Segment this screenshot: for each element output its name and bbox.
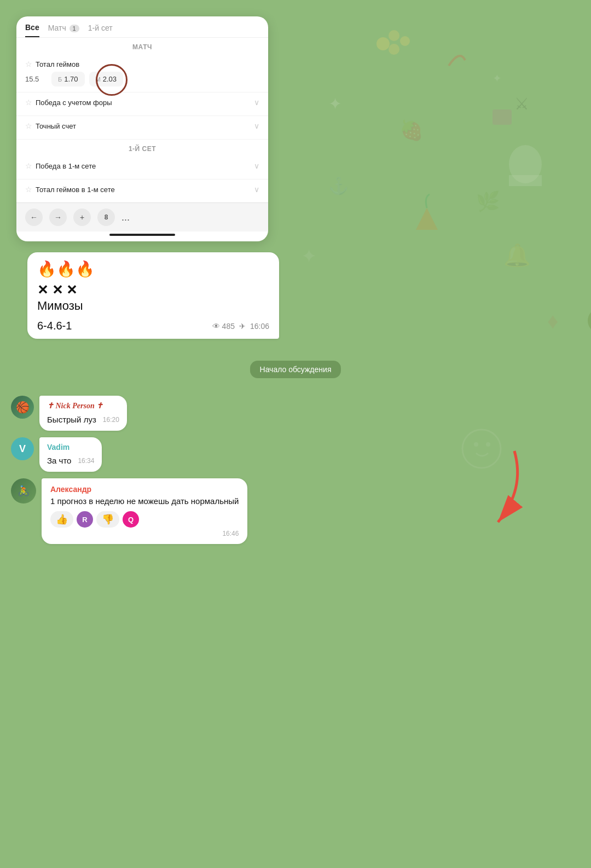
message-text-vadim: За что (47, 455, 71, 466)
message-time-nick: 16:20 (103, 416, 119, 424)
bubble-vadim: Vadim За что 16:34 (39, 437, 102, 472)
discussion-banner: Начало обсуждения (250, 361, 341, 378)
bet-title-total-games: Тотал геймов (36, 60, 79, 68)
bet-row-win-fora[interactable]: ☆ Победа с учетом форы ∨ (16, 92, 268, 116)
tab-first-set[interactable]: 1-й сет (88, 24, 113, 37)
star-icon-total-games[interactable]: ☆ (25, 60, 32, 68)
star-icon-fora[interactable]: ☆ (25, 98, 32, 107)
tab-match-badge: 1 (69, 25, 79, 32)
nav-more-btn[interactable]: ... (121, 212, 130, 223)
bubble-nick: ✝ Nick Person ✝ Быстрый луз 16:20 (39, 396, 127, 431)
views-count: 👁 485 (212, 322, 235, 331)
message-time-vadim: 16:34 (78, 457, 94, 465)
eye-icon: 👁 (212, 322, 220, 331)
sender-vadim: Vadim (47, 443, 94, 452)
bet-title-fora: Победа с учетом форы (36, 99, 112, 107)
sender-nick: ✝ Nick Person ✝ (47, 401, 119, 410)
sender-alexander: Александр (50, 485, 239, 494)
avatar-nick: 🏀 (11, 396, 34, 419)
odds-btn-b[interactable]: Б 1.70 (51, 72, 85, 86)
nav-forward-btn[interactable]: → (49, 209, 67, 226)
bet-row-win-first-set[interactable]: ☆ Победа в 1-м сете ∨ (16, 156, 268, 180)
reaction-thumbsdown[interactable]: 👎 (96, 511, 119, 528)
chevron-exact[interactable]: ∨ (254, 121, 259, 130)
message-vadim: V Vadim За что 16:34 (11, 437, 580, 472)
reactions-row: 👍 R 👎 Q (50, 511, 239, 528)
reaction-thumbsup[interactable]: 👍 (50, 511, 73, 528)
chevron-total-first-set[interactable]: ∨ (254, 185, 259, 194)
messages-area: 🔥🔥🔥 ✕ ✕ ✕ Мимозы 6-4.6-1 👁 485 ✈ 16:06 (0, 241, 591, 562)
message-text-alexander: 1 прогноз в неделю не можешь дать нормал… (50, 495, 239, 507)
reaction-q[interactable]: Q (123, 511, 139, 528)
reaction-r[interactable]: R (77, 511, 93, 528)
thumbsup-emoji: 👍 (56, 513, 68, 525)
browser-nav: ← → + 8 ... (16, 202, 268, 232)
arrow-container: 🚴 Александр 1 прогноз в неделю не можешь… (11, 478, 580, 551)
score-text: 6-4.6-1 (37, 320, 72, 332)
score-row: 6-4.6-1 👁 485 ✈ 16:06 (37, 320, 269, 332)
post-subtitle: Мимозы (37, 299, 269, 313)
post-message-container: 🔥🔥🔥 ✕ ✕ ✕ Мимозы 6-4.6-1 👁 485 ✈ 16:06 (11, 252, 580, 344)
bet-row-total-games-first-set[interactable]: ☆ Тотал геймов в 1-м сете ∨ (16, 180, 268, 202)
views-number: 485 (222, 322, 235, 331)
section-match-header: МАТЧ (16, 38, 268, 54)
section-first-set-header: 1-Й СЕТ (16, 140, 268, 156)
fire-emojis: 🔥🔥🔥 (37, 260, 269, 278)
message-footer-vadim: За что 16:34 (47, 455, 94, 466)
message-text-nick: Быстрый луз (47, 414, 96, 425)
tab-all[interactable]: Все (25, 23, 39, 37)
cross-marks: ✕ ✕ ✕ (37, 282, 269, 298)
score-meta: 👁 485 ✈ 16:06 (212, 322, 269, 331)
message-alexander: 🚴 Александр 1 прогноз в неделю не можешь… (11, 478, 580, 544)
message-nick: 🏀 ✝ Nick Person ✝ Быстрый луз 16:20 (11, 396, 580, 431)
forward-btn[interactable]: ↪ (588, 308, 591, 333)
betting-card: Все Матч 1 1-й сет МАТЧ ☆ Тотал геймов 1… (16, 16, 268, 241)
nav-add-btn[interactable]: + (73, 209, 91, 226)
avatar-alexander: 🚴 (11, 478, 36, 504)
message-footer-nick: Быстрый луз 16:20 (47, 414, 119, 425)
tab-match[interactable]: Матч 1 (48, 24, 79, 37)
post-bubble: 🔥🔥🔥 ✕ ✕ ✕ Мимозы 6-4.6-1 👁 485 ✈ 16:06 (27, 252, 279, 339)
nav-tabs-count[interactable]: 8 (97, 209, 115, 226)
tabs-row: Все Матч 1 1-й сет (16, 16, 268, 38)
send-icon: ✈ (239, 322, 246, 331)
nav-back-btn[interactable]: ← (25, 209, 43, 226)
star-icon-win-first-set[interactable]: ☆ (25, 161, 32, 170)
star-icon-total-first-set[interactable]: ☆ (25, 185, 32, 194)
chevron-fora[interactable]: ∨ (254, 98, 259, 107)
star-icon-exact[interactable]: ☆ (25, 121, 32, 130)
bet-title-total-first-set: Тотал геймов в 1-м сете (36, 186, 115, 194)
message-time-alexander: 16:46 (50, 530, 239, 537)
nav-indicator (109, 234, 175, 236)
avatar-vadim: V (11, 437, 34, 460)
bet-title-win-first-set: Победа в 1-м сете (36, 162, 96, 170)
odds-btn-m[interactable]: М 2.03 (89, 72, 123, 86)
odds-value: 15.5 (25, 75, 47, 83)
bubble-alexander: Александр 1 прогноз в неделю не можешь д… (42, 478, 247, 544)
bet-row-exact-score[interactable]: ☆ Точный счет ∨ (16, 116, 268, 140)
post-time: 16:06 (250, 322, 269, 331)
discussion-banner-wrapper: Начало обсуждения (250, 355, 341, 387)
bet-row-total-games: ☆ Тотал геймов 15.5 Б 1.70 М 2.03 (16, 54, 268, 92)
bet-title-exact: Точный счет (36, 122, 76, 130)
chevron-win-first-set[interactable]: ∨ (254, 161, 259, 170)
thumbsdown-emoji: 👎 (102, 513, 114, 525)
